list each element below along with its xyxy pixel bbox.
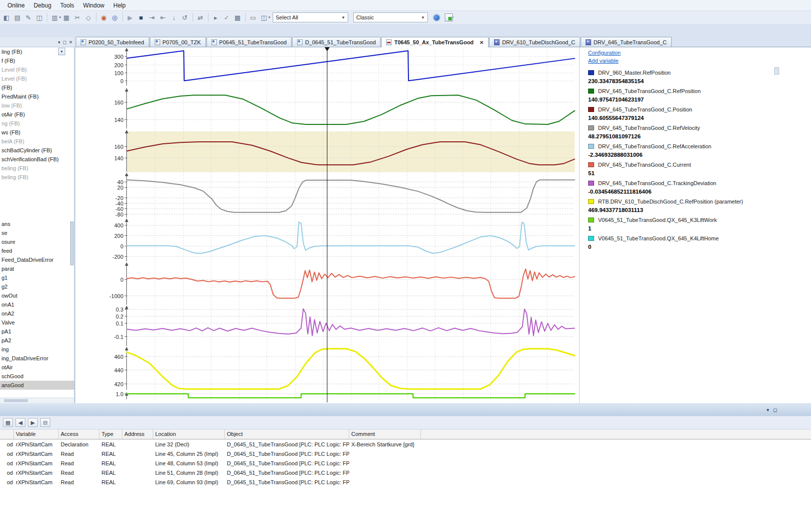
- sidebar-item-ng-fb-[interactable]: ng (FB): [0, 119, 74, 128]
- sidebar-item-schverificationbad-fb-[interactable]: schVerificationBad (FB): [0, 155, 74, 164]
- legend-item[interactable]: DRV_645_TubeTransGood_C.RefPosition140.9…: [588, 87, 811, 104]
- column-header-type[interactable]: Type: [100, 429, 122, 439]
- sidebar-item-g2[interactable]: g2: [0, 282, 74, 291]
- new-window-icon[interactable]: ▭: [248, 12, 258, 22]
- build-icon[interactable]: ◉: [99, 12, 109, 22]
- sidebar-item-valve[interactable]: Valve: [0, 318, 74, 327]
- chevron-down-icon[interactable]: ▼: [58, 48, 65, 55]
- previous-button[interactable]: ◀: [15, 418, 25, 427]
- chevron-down-icon[interactable]: ▼: [341, 15, 345, 20]
- edit-icon[interactable]: ✎: [23, 12, 33, 22]
- column-header-access[interactable]: Access: [59, 429, 100, 439]
- legend-item[interactable]: DRV_645_TubeTransGood_C.TrackingDeviatio…: [588, 179, 811, 196]
- sidebar-item-ansgood[interactable]: ansGood: [0, 381, 74, 390]
- tab-D_0645_51_TubeTransGood[interactable]: D_0645_51_TubeTransGood: [292, 37, 381, 47]
- tab-P0705_00_TZK[interactable]: P0705_00_TZK: [150, 37, 206, 47]
- select-all-dropdown[interactable]: Select All▼: [273, 12, 348, 22]
- column-header-address[interactable]: Address: [122, 429, 153, 439]
- sidebar-item-level-fb-[interactable]: Level (FB): [0, 74, 74, 83]
- pin-icon[interactable]: ◻: [773, 407, 777, 413]
- sidebar-vertical-scrollbar[interactable]: [70, 221, 74, 265]
- sidebar-item-ona2[interactable]: onA2: [0, 309, 74, 318]
- sidebar-item-beling-fb-[interactable]: beling (FB): [0, 173, 74, 182]
- sidebar-item-ona1[interactable]: onA1: [0, 300, 74, 309]
- reset-icon[interactable]: ↺: [180, 12, 190, 22]
- sidebar-item-otair[interactable]: otAir: [0, 363, 74, 372]
- sidebar-horizontal-scrollbar[interactable]: [0, 398, 74, 403]
- table-row[interactable]: odrXPhiStartCamReadREALLine 45, Column 2…: [0, 449, 811, 458]
- bookmark-icon[interactable]: ▥: [50, 12, 60, 22]
- step-into-icon[interactable]: ↓: [169, 12, 179, 22]
- chevron-down-icon[interactable]: ▾: [58, 40, 60, 45]
- run-icon[interactable]: ▶: [125, 12, 135, 22]
- chevron-down-icon[interactable]: ▾: [767, 407, 769, 413]
- table-row[interactable]: odrXPhiStartCamReadREALLine 69, Column 9…: [0, 477, 811, 487]
- menu-window[interactable]: Window: [79, 1, 109, 10]
- step-over-icon[interactable]: ⇥: [147, 12, 157, 22]
- sidebar-item--fb-[interactable]: (FB): [0, 83, 74, 92]
- chevron-down-icon[interactable]: ▼: [421, 15, 425, 20]
- column-header-variable[interactable]: Variable: [14, 429, 59, 439]
- sidebar-item-feed-datadriveerror[interactable]: Feed_DataDriveError: [0, 255, 74, 264]
- legend-item[interactable]: DRV_645_TubeTransGood_C.Current51: [588, 160, 811, 178]
- library-icon[interactable]: ▤: [12, 12, 22, 22]
- cut-icon[interactable]: ✂: [73, 12, 83, 22]
- sidebar-item-owout[interactable]: owOut: [0, 291, 74, 300]
- next-button[interactable]: ▶: [28, 418, 38, 427]
- configuration-link[interactable]: Configuration: [588, 49, 811, 57]
- sidebar-item-f-fb-[interactable]: f (FB): [0, 56, 74, 65]
- menu-help[interactable]: Help: [109, 1, 130, 10]
- legend-item[interactable]: DRV_645_TubeTransGood_C.Position140.6055…: [588, 105, 811, 122]
- sidebar-item-parat[interactable]: parat: [0, 264, 74, 273]
- record-button[interactable]: [433, 14, 440, 21]
- sidebar-item-osure[interactable]: osure: [0, 237, 74, 246]
- scrollbar-thumb[interactable]: [4, 399, 28, 402]
- sidebar-item-feed[interactable]: feed: [0, 246, 74, 255]
- column-header-object[interactable]: Object: [225, 429, 349, 439]
- online-exchange-icon[interactable]: ⇄: [196, 12, 205, 22]
- stop-icon[interactable]: ■: [136, 12, 146, 22]
- chevron-down-icon[interactable]: ▾: [59, 15, 61, 19]
- sidebar-item-schgood[interactable]: schGood: [0, 372, 74, 381]
- view-mode-icon[interactable]: ◫: [259, 12, 269, 22]
- sidebar-item-beling-fb-[interactable]: beling (FB): [0, 164, 74, 173]
- breakpoints-icon[interactable]: ▩: [233, 12, 243, 22]
- trace-chart[interactable]: [76, 47, 579, 403]
- start-trace-icon[interactable]: ▸: [211, 12, 221, 22]
- sidebar-item-ing-datadriveerror[interactable]: ing_DataDriveError: [0, 354, 74, 363]
- tab-P0200_50_TubeInfeed[interactable]: P0200_50_TubeInfeed: [76, 37, 149, 47]
- close-icon[interactable]: ✕: [480, 40, 484, 45]
- legend-item[interactable]: DRV_645_TubeTransGood_C.RefVelocity48.27…: [588, 123, 811, 141]
- style-dropdown[interactable]: Classic▼: [353, 12, 428, 22]
- close-icon[interactable]: ✕: [69, 40, 73, 45]
- step-out-icon[interactable]: ⇤: [158, 12, 168, 22]
- sidebar-item-ans[interactable]: ans: [0, 219, 74, 228]
- window-icon[interactable]: ◧: [1, 12, 11, 22]
- column-header-location[interactable]: Location: [153, 429, 225, 439]
- legend-item[interactable]: RTB.DRV_610_TubeDischGood_C.RefPosition …: [588, 197, 811, 214]
- menu-tools[interactable]: Tools: [56, 1, 79, 10]
- sidebar-item-ling-fb-[interactable]: ling (FB)▼: [0, 47, 74, 56]
- table-icon[interactable]: ▦: [3, 418, 13, 427]
- sidebar-item-g1[interactable]: g1: [0, 273, 74, 282]
- rebuild-icon[interactable]: ◎: [110, 12, 120, 22]
- tab-DRV_645_TubeTransGood_C[interactable]: DRV_645_TubeTransGood_C: [581, 37, 672, 47]
- column-header-blank[interactable]: [0, 429, 14, 439]
- sidebar-item-ing[interactable]: ing: [0, 345, 74, 354]
- tab-T0645_50_Ax_TubeTransGood[interactable]: T0645_50_Ax_TubeTransGood✕: [381, 37, 489, 47]
- legend-item[interactable]: V0645_51_TubeTransGood.QX_645_K4LiftHome…: [588, 234, 811, 251]
- sidebar-item-pa2[interactable]: pA2: [0, 336, 74, 345]
- pin-icon[interactable]: ◻: [63, 40, 66, 45]
- sidebar-item-bela-fb-[interactable]: belA (FB): [0, 137, 74, 146]
- add-online-icon[interactable]: [445, 13, 453, 21]
- sidebar-item-predmaint-fb-[interactable]: PredMaint (FB): [0, 92, 74, 101]
- sidebar-item-level-fb-[interactable]: Level (FB): [0, 65, 74, 74]
- print-icon[interactable]: ⊟: [40, 418, 50, 427]
- tab-DRV_610_TubeDischGood_C[interactable]: DRV_610_TubeDischGood_C: [489, 37, 580, 47]
- table-row[interactable]: odrXPhiStartCamDeclarationREALLine 32 (D…: [0, 439, 811, 449]
- compare-icon[interactable]: ◫: [34, 12, 44, 22]
- chevron-down-icon[interactable]: ▾: [269, 15, 271, 19]
- table-row[interactable]: odrXPhiStartCamReadREALLine 48, Column 5…: [0, 458, 811, 468]
- add-variable-link[interactable]: Add variable: [588, 57, 811, 65]
- sidebar-item-low-fb-[interactable]: low (FB): [0, 101, 74, 110]
